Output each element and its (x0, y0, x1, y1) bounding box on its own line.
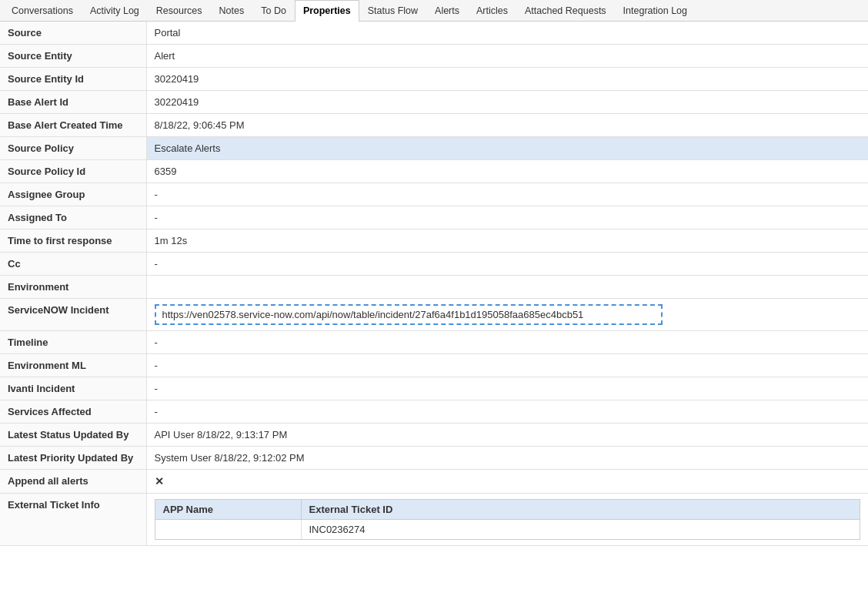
property-label: Source (0, 22, 146, 45)
property-label: Base Alert Id (0, 91, 146, 114)
table-row: Cc- (0, 253, 868, 276)
table-row: Source PolicyEscalate Alerts (0, 137, 868, 160)
property-label: ServiceNOW Incident (0, 299, 146, 331)
tab-properties[interactable]: Properties (295, 0, 359, 22)
table-row: Latest Status Updated ByAPI User 8/18/22… (0, 424, 868, 447)
external-ticket-table: APP NameExternal Ticket IDINC0236274 (155, 499, 861, 540)
tab-to-do[interactable]: To Do (252, 0, 295, 22)
table-row: Assignee Group- (0, 183, 868, 206)
property-label: Latest Priority Updated By (0, 447, 146, 470)
table-row: Services Affected- (0, 400, 868, 424)
property-label: Environment (0, 276, 146, 299)
property-value: - (146, 377, 868, 400)
property-value: Escalate Alerts (146, 137, 868, 160)
ext-ticket-id-cell: INC0236274 (301, 520, 860, 540)
property-value: 1m 12s (146, 229, 868, 253)
table-row: ServiceNOW Incident (0, 299, 868, 331)
property-value: - (146, 400, 868, 424)
property-label: Source Entity (0, 45, 146, 68)
property-label: Services Affected (0, 400, 146, 424)
property-label: Source Policy (0, 137, 146, 160)
property-label: Source Entity Id (0, 68, 146, 91)
property-label: Source Policy Id (0, 160, 146, 183)
tab-conversations[interactable]: Conversations (3, 0, 82, 22)
property-value: APP NameExternal Ticket IDINC0236274 (146, 494, 868, 546)
tab-notes[interactable]: Notes (211, 0, 253, 22)
table-row: Time to first response1m 12s (0, 229, 868, 253)
table-row: Timeline- (0, 331, 868, 354)
property-value: API User 8/18/22, 9:13:17 PM (146, 424, 868, 447)
property-value: 30220419 (146, 68, 868, 91)
properties-table: SourcePortalSource EntityAlertSource Ent… (0, 22, 868, 546)
property-label: Time to first response (0, 229, 146, 253)
property-value: 6359 (146, 160, 868, 183)
table-row: Source Policy Id6359 (0, 160, 868, 183)
property-value: - (146, 331, 868, 354)
property-value: System User 8/18/22, 9:12:02 PM (146, 447, 868, 470)
tab-alerts[interactable]: Alerts (426, 0, 468, 22)
ext-ticket-col-ticket-id: External Ticket ID (301, 500, 860, 520)
ext-ticket-col-app-name: APP Name (155, 500, 301, 520)
property-label: Assigned To (0, 206, 146, 229)
property-value: - (146, 183, 868, 206)
table-row: Append all alerts✕ (0, 470, 868, 494)
table-row: SourcePortal (0, 22, 868, 45)
table-row: Base Alert Created Time8/18/22, 9:06:45 … (0, 114, 868, 137)
table-row: Latest Priority Updated BySystem User 8/… (0, 447, 868, 470)
table-row: Source Entity Id30220419 (0, 68, 868, 91)
tab-attached-requests[interactable]: Attached Requests (516, 0, 615, 22)
tab-status-flow[interactable]: Status Flow (359, 0, 426, 22)
tab-articles[interactable]: Articles (468, 0, 516, 22)
property-label: Timeline (0, 331, 146, 354)
table-row: Assigned To- (0, 206, 868, 229)
table-row: External Ticket InfoAPP NameExternal Tic… (0, 494, 868, 546)
tab-resources[interactable]: Resources (148, 0, 211, 22)
property-label: Environment ML (0, 354, 146, 377)
ext-ticket-app-name-cell (155, 520, 301, 540)
property-value[interactable] (146, 299, 868, 331)
table-row: Base Alert Id30220419 (0, 91, 868, 114)
property-label: Latest Status Updated By (0, 424, 146, 447)
table-row: Ivanti Incident- (0, 377, 868, 400)
property-label: Assignee Group (0, 183, 146, 206)
table-row: Environment ML- (0, 354, 868, 377)
property-value (146, 276, 868, 299)
property-value: - (146, 206, 868, 229)
table-row: Source EntityAlert (0, 45, 868, 68)
tab-activity-log[interactable]: Activity Log (82, 0, 148, 22)
property-label: Base Alert Created Time (0, 114, 146, 137)
property-value: ✕ (146, 470, 868, 494)
property-value: Alert (146, 45, 868, 68)
property-value: 30220419 (146, 91, 868, 114)
property-label: Ivanti Incident (0, 377, 146, 400)
tab-bar: ConversationsActivity LogResourcesNotesT… (0, 0, 868, 22)
property-label: External Ticket Info (0, 494, 146, 546)
table-row: Environment (0, 276, 868, 299)
property-value: - (146, 354, 868, 377)
property-label: Append all alerts (0, 470, 146, 494)
tab-integration-log[interactable]: Integration Log (615, 0, 696, 22)
property-value: - (146, 253, 868, 276)
property-value: Portal (146, 22, 868, 45)
append-alerts-xmark: ✕ (155, 475, 164, 487)
property-value: 8/18/22, 9:06:45 PM (146, 114, 868, 137)
property-label: Cc (0, 253, 146, 276)
servicenow-incident-input[interactable] (155, 304, 663, 325)
